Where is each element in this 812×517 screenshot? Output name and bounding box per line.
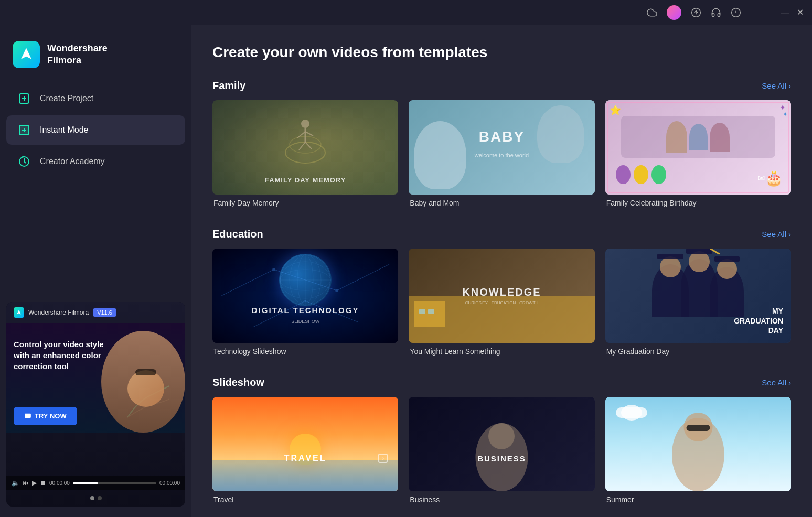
section-family-title: Family <box>212 80 245 92</box>
timeline[interactable] <box>73 482 156 484</box>
graduation-text: MYGRADUATIONDAY <box>734 306 783 335</box>
window-controls: — ✕ <box>781 8 804 17</box>
thumb-family-day-memory: FAMILY DAY MEMORY <box>212 100 398 195</box>
baby-text: BABY <box>479 128 525 145</box>
template-you-might-learn-something[interactable]: KNOWLEDGE CURIOSITY · EDUCATION · GROWTH… <box>409 249 594 356</box>
summer-label: Summer <box>605 496 791 504</box>
player-controls: 🔈 ⏮ ▶ ⏹ 00:00:00 00:00:00 <box>6 476 185 490</box>
create-project-label: Create Project <box>40 94 93 103</box>
app-name: Wondershare Filmora <box>47 42 108 67</box>
instant-mode-icon <box>17 123 31 137</box>
svg-point-37 <box>304 300 306 302</box>
svg-line-20 <box>305 132 313 136</box>
travel-label: Travel <box>212 496 398 504</box>
svg-rect-14 <box>25 413 31 417</box>
template-family-celebrating-birthday[interactable]: ⭐ ✦ ✦ 🎂 <box>605 100 791 207</box>
family-day-overlay: FAMILY DAY MEMORY <box>265 176 346 184</box>
section-education: Education See All › <box>212 228 791 356</box>
svg-line-21 <box>299 142 305 150</box>
template-family-day-memory[interactable]: FAMILY DAY MEMORY Family Day Memory <box>212 100 398 207</box>
birthday-label: Family Celebrating Birthday <box>605 199 791 207</box>
headset-icon[interactable] <box>711 7 721 18</box>
svg-marker-5 <box>21 48 31 59</box>
progress-bar <box>73 482 98 484</box>
promo-try-button[interactable]: TRY NOW <box>14 407 77 425</box>
thumb-travel: TRAVEL › <box>212 397 398 491</box>
svg-point-17 <box>301 120 309 128</box>
prev-icon[interactable]: ⏮ <box>23 479 29 487</box>
section-family: Family See All › <box>212 80 791 207</box>
promo-version: V11.6 <box>93 308 116 317</box>
cloud-icon[interactable] <box>647 7 657 18</box>
travel-text: TRAVEL <box>284 454 327 463</box>
dot-2[interactable] <box>98 496 102 500</box>
section-education-header: Education See All › <box>212 228 791 240</box>
svg-point-35 <box>272 268 275 271</box>
tech-slideshow-label: Technology Slideshow <box>212 347 398 356</box>
template-my-graduation-day[interactable]: MYGRADUATIONDAY My Graduation Day <box>605 249 791 356</box>
promo-banner[interactable]: Wondershare Filmora V11.6 <box>6 302 185 507</box>
thumb-business: BUSINESS <box>409 397 594 491</box>
template-baby-and-mom[interactable]: BABY welcome to the world Baby and Mom <box>409 100 594 207</box>
svg-point-36 <box>335 289 338 292</box>
logo-area: Wondershare Filmora <box>0 36 191 84</box>
volume-icon[interactable]: 🔈 <box>12 479 19 487</box>
slideshow-see-all[interactable]: See All › <box>762 378 791 387</box>
sidebar-item-create-project[interactable]: Create Project <box>6 84 185 113</box>
sidebar-item-creator-academy[interactable]: Creator Academy <box>6 147 185 176</box>
family-see-all[interactable]: See All › <box>762 81 791 90</box>
promo-brand: Wondershare Filmora <box>28 309 89 316</box>
business-text: BUSINESS <box>477 454 526 463</box>
app-logo <box>13 41 40 68</box>
time-current: 00:00:00 <box>49 480 70 486</box>
template-travel[interactable]: TRAVEL › Travel <box>212 397 398 504</box>
creator-academy-icon <box>17 154 31 169</box>
section-slideshow-header: Slideshow See All › <box>212 376 791 389</box>
graduation-label: My Graduation Day <box>605 347 791 356</box>
business-label: Business <box>409 496 594 504</box>
section-slideshow-title: Slideshow <box>212 376 264 389</box>
minimize-button[interactable]: — <box>781 8 789 17</box>
svg-point-15 <box>285 142 325 163</box>
instant-mode-label: Instant Mode <box>40 125 89 135</box>
upload-icon[interactable] <box>691 7 701 18</box>
stop-icon[interactable]: ⏹ <box>40 479 46 487</box>
template-technology-slideshow[interactable]: DIGITAL TECHNOLOGY SLIDESHOW Technology … <box>212 249 398 356</box>
play-icon[interactable]: ▶ <box>32 479 37 487</box>
baby-sub: welcome to the world <box>475 152 529 158</box>
avatar[interactable] <box>667 5 681 20</box>
knowledge-text: KNOWLEDGE <box>462 286 541 298</box>
close-button[interactable]: ✕ <box>797 8 804 17</box>
page-title: Create your own videos from templates <box>212 44 791 61</box>
section-family-header: Family See All › <box>212 80 791 92</box>
sidebar-item-instant-mode[interactable]: Instant Mode <box>6 115 185 145</box>
promo-headline: Control your video style with an enhance… <box>14 339 113 372</box>
creator-academy-label: Creator Academy <box>40 157 105 166</box>
dot-1[interactable] <box>90 496 94 500</box>
svg-line-32 <box>337 264 389 290</box>
svg-line-30 <box>221 270 274 296</box>
family-template-grid: FAMILY DAY MEMORY Family Day Memory BABY… <box>212 100 791 207</box>
learn-something-label: You Might Learn Something <box>409 347 594 356</box>
baby-and-mom-label: Baby and Mom <box>409 199 594 207</box>
promo-logo <box>14 307 24 318</box>
education-see-all[interactable]: See All › <box>762 230 791 239</box>
svg-marker-13 <box>17 310 21 315</box>
sidebar-nav: Create Project Instant Mode <box>0 84 191 176</box>
create-project-icon <box>17 91 31 106</box>
app-body: Wondershare Filmora Create Project <box>0 25 812 517</box>
thumb-baby-and-mom: BABY welcome to the world <box>409 100 594 195</box>
thumb-technology-slideshow: DIGITAL TECHNOLOGY SLIDESHOW <box>212 249 398 343</box>
thumb-summer <box>605 397 791 491</box>
time-total: 00:00:00 <box>159 480 180 486</box>
svg-line-31 <box>274 270 337 290</box>
template-summer[interactable]: Summer <box>605 397 791 504</box>
main-content: Create your own videos from templates Fa… <box>191 25 812 517</box>
info-icon[interactable] <box>731 7 741 18</box>
family-day-label: Family Day Memory <box>212 199 398 207</box>
titlebar: — ✕ <box>0 0 812 25</box>
digital-tech-text: DIGITAL TECHNOLOGY <box>252 306 359 315</box>
template-business[interactable]: BUSINESS Business <box>409 397 594 504</box>
thumb-graduation: MYGRADUATIONDAY <box>605 249 791 343</box>
section-education-title: Education <box>212 228 263 240</box>
